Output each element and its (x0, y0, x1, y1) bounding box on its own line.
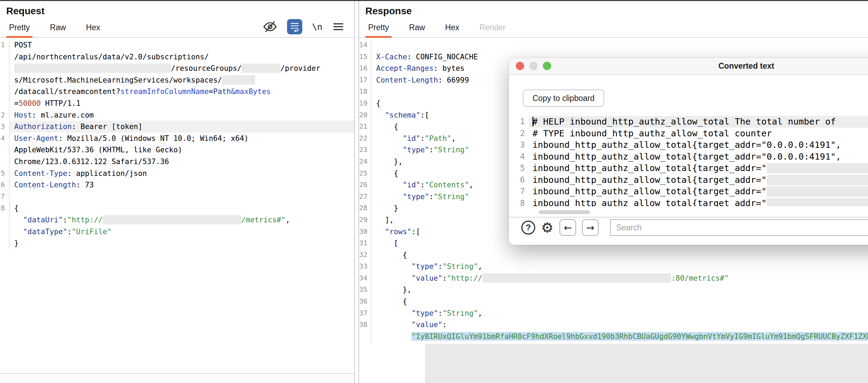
code-token (376, 262, 411, 271)
code-token: } (14, 239, 19, 247)
code-token: User-Agent (14, 134, 59, 143)
code-token: { (376, 99, 381, 108)
code-line-text: inbound_http_authz_allow_total{target_ad… (529, 174, 868, 186)
line-number (0, 51, 9, 63)
tab-raw[interactable]: Raw (49, 20, 67, 37)
code-line-text: POST (9, 39, 354, 51)
code-token: Host (14, 111, 32, 119)
line-number: 7 (0, 191, 9, 203)
redacted-text (767, 175, 868, 185)
editor-menu-icon[interactable] (332, 20, 345, 33)
tab-hex[interactable]: Hex (444, 20, 460, 37)
code-token (376, 332, 411, 341)
code-line-text: inbound_http_authz_allow_total{target_ad… (529, 186, 868, 197)
help-icon[interactable]: ? (521, 221, 535, 235)
line-number: 16 (359, 62, 371, 74)
code-line-text: "value":"http://:80/metrics#" (371, 272, 868, 284)
next-match-button[interactable]: → (582, 219, 599, 236)
code-token: & (231, 87, 235, 96)
tab-raw[interactable]: Raw (408, 20, 426, 37)
gear-icon[interactable]: ⚙ (541, 221, 554, 235)
search-input[interactable] (610, 219, 868, 236)
visibility-off-icon[interactable] (263, 19, 277, 34)
line-number: 33 (359, 261, 371, 272)
code-token: : application/json (67, 169, 147, 178)
line-number: 6 (0, 179, 9, 191)
arrow-left-icon: ← (564, 222, 572, 233)
redacted-text (482, 273, 671, 283)
code-token: inbound_http_authz_allow_total{target_ad… (532, 198, 767, 207)
window-titlebar[interactable]: Converted text (509, 58, 868, 75)
line-number: 20 (359, 109, 371, 121)
code-line-text: Content-Length: 73 (9, 179, 354, 191)
code-token: [ (376, 239, 398, 247)
line-number: 23 (359, 144, 371, 156)
code-token (376, 274, 411, 282)
converted-text-editor[interactable]: 1# HELP inbound_http_authz_allow_total T… (509, 116, 868, 206)
code-line-text: s/Microsoft.MachineLearningServices/work… (9, 74, 354, 86)
code-line-text (9, 191, 354, 203)
window-minimize-button[interactable] (529, 62, 538, 70)
line-number: 4 (509, 151, 529, 163)
line-number (0, 62, 9, 74)
response-tabbar: PrettyRawHexRender (359, 18, 868, 38)
code-token: : (438, 262, 443, 271)
code-token: : ml.azure.com (32, 111, 94, 119)
code-row: 14 (359, 39, 868, 51)
redacted-text (767, 163, 868, 173)
code-token: , (478, 309, 482, 317)
tab-pretty[interactable]: Pretty (367, 20, 390, 37)
code-token: } (376, 204, 398, 212)
code-token (376, 111, 385, 119)
code-token: { (376, 122, 398, 131)
window-zoom-button[interactable] (543, 62, 551, 70)
request-editor[interactable]: 1POST/api/northcentralus/data/v2.0/subsc… (0, 39, 354, 249)
code-token: Content-Length (14, 180, 76, 189)
code-token: , (469, 180, 474, 189)
code-row: 34 "value":"http://:80/metrics#" (359, 272, 868, 284)
converted-text-window: Converted text Copy to clipboard 1# HELP… (509, 58, 868, 245)
copy-to-clipboard-button[interactable]: Copy to clipboard (523, 90, 604, 107)
code-row: } (0, 237, 354, 249)
code-token: /metrics#" (241, 215, 286, 224)
line-number: 5 (0, 168, 9, 179)
line-number: 25 (359, 168, 371, 179)
code-token: : (429, 192, 434, 201)
code-line-text: inbound_http_authz_allow_total{target_ad… (529, 197, 868, 207)
line-number (0, 74, 9, 86)
line-number: 8 (0, 202, 9, 214)
code-row: 1# HELP inbound_http_authz_allow_total T… (509, 116, 868, 128)
tab-render: Render (479, 20, 506, 37)
line-number: 8 (509, 197, 529, 207)
code-row: 8{ (0, 202, 354, 214)
code-row: /datacall/streamcontent?streamInfoColumn… (0, 86, 354, 97)
code-line-text: { (9, 202, 354, 214)
line-number: 17 (359, 74, 371, 86)
tab-pretty[interactable]: Pretty (8, 20, 31, 37)
request-panel-footer (0, 373, 354, 383)
code-line-text: "dataUri":"http:///metrics#", (9, 214, 354, 226)
code-token: inbound_http_authz_allow_total{target_ad… (532, 139, 841, 150)
code-token: maxBytes (235, 87, 271, 96)
code-line-text: "type":"String", (371, 261, 868, 272)
code-token: Chrome/123.0.6312.122 Safari/537.36 (14, 157, 169, 166)
code-token: { (14, 204, 19, 212)
line-number: 3 (509, 139, 529, 151)
horizontal-scrollbar-thumb[interactable] (539, 210, 590, 214)
code-line-text: User-Agent: Mozilla/5.0 (Windows NT 10.0… (9, 133, 354, 144)
tab-hex[interactable]: Hex (85, 20, 101, 37)
previous-match-button[interactable]: ← (559, 219, 576, 236)
http-message-editor: Request PrettyRawHex (0, 0, 868, 383)
line-number: 26 (359, 179, 371, 191)
word-wrap-toggle-button[interactable] (287, 19, 302, 34)
code-token: "http:// (447, 274, 482, 282)
line-number: 28 (359, 202, 371, 214)
code-token: :80/metrics#" (671, 274, 729, 282)
line-number (0, 97, 9, 109)
newline-toggle[interactable]: \n (312, 22, 322, 32)
code-row: 5Content-Type: application/json (0, 168, 354, 179)
window-close-button[interactable] (516, 62, 524, 70)
code-token: "String" (442, 262, 478, 271)
line-number: 15 (359, 51, 371, 63)
code-row: "dataType":"UriFile" (0, 226, 354, 238)
